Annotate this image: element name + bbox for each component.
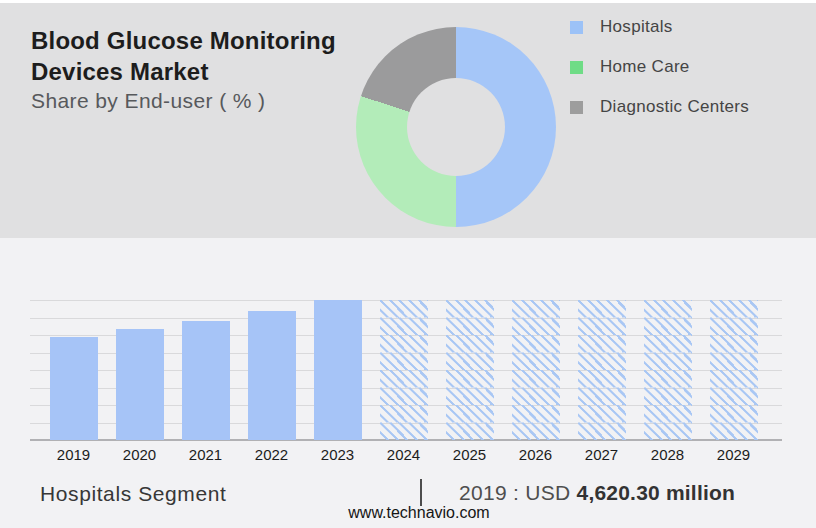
legend-swatch-home-care: [570, 61, 583, 74]
value-caption-amount: 4,620.30 million: [577, 481, 735, 504]
x-axis-label-2022: 2022: [239, 446, 305, 463]
forecast-bar-2025: [446, 300, 494, 440]
chart-legend: Hospitals Home Care Diagnostic Centers: [570, 16, 749, 136]
x-axis-label-2019: 2019: [41, 446, 107, 463]
segment-label: Hospitals Segment: [40, 482, 226, 506]
legend-item-home-care: Home Care: [570, 56, 749, 78]
x-axis-label-2021: 2021: [173, 446, 239, 463]
legend-item-hospitals: Hospitals: [570, 16, 749, 38]
legend-swatch-diagnostic-centers: [570, 101, 583, 114]
forecast-bar-2029: [710, 300, 758, 440]
segment-panel: 2019202020212022202320242025202620272028…: [0, 238, 816, 528]
website-link: www.technavio.com: [0, 504, 816, 522]
donut-hole: [407, 78, 505, 176]
page-title: Blood Glucose Monitoring Devices Market: [31, 25, 366, 87]
x-axis-label-2024: 2024: [371, 446, 437, 463]
bar-2020: [116, 329, 164, 440]
legend-label: Hospitals: [600, 17, 673, 37]
x-axis-label-2025: 2025: [437, 446, 503, 463]
bar-2022: [248, 311, 296, 440]
caption-separator: [420, 479, 422, 506]
bar-chart: 2019202020212022202320242025202620272028…: [0, 238, 816, 473]
bar-2023: [314, 300, 362, 440]
x-axis-label-2028: 2028: [635, 446, 701, 463]
forecast-bar-2028: [644, 300, 692, 440]
x-axis-label-2020: 2020: [107, 446, 173, 463]
page-subtitle: Share by End-user ( % ): [31, 89, 371, 113]
bar-2021: [182, 321, 230, 440]
infographic-canvas: Blood Glucose Monitoring Devices Market …: [0, 0, 816, 528]
forecast-bar-2024: [380, 300, 428, 440]
forecast-bar-2026: [512, 300, 560, 440]
x-axis-label-2023: 2023: [305, 446, 371, 463]
legend-swatch-hospitals: [570, 21, 583, 34]
share-panel: Blood Glucose Monitoring Devices Market …: [0, 3, 816, 238]
legend-item-diagnostic-centers: Diagnostic Centers: [570, 96, 749, 118]
value-caption: 2019 : USD4,620.30 million: [459, 481, 735, 505]
bar-2019: [50, 337, 98, 440]
x-axis-label-2026: 2026: [503, 446, 569, 463]
x-axis-label-2029: 2029: [701, 446, 767, 463]
x-axis-label-2027: 2027: [569, 446, 635, 463]
legend-label: Home Care: [600, 57, 690, 77]
legend-label: Diagnostic Centers: [600, 97, 749, 117]
forecast-bar-2027: [578, 300, 626, 440]
donut-chart: [356, 27, 556, 227]
value-caption-prefix: 2019 : USD: [459, 481, 571, 504]
